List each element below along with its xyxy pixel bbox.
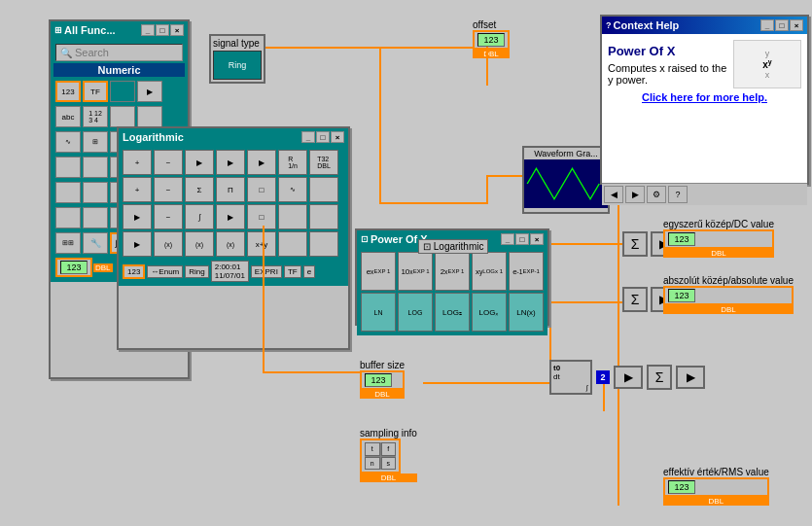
arrow-right-2[interactable]: ▶ [676, 366, 705, 389]
search-input[interactable] [75, 47, 153, 58]
maximize-btn[interactable]: □ [156, 24, 169, 36]
abs-value-display[interactable]: 123 [663, 286, 794, 305]
power-icon-xy[interactable]: xyLOGx 1 [472, 252, 507, 291]
log-icon-arrow2[interactable]: ▶ [216, 150, 245, 175]
dc-dbl: DBL [663, 249, 774, 258]
log-icon-minus[interactable]: − [154, 150, 183, 175]
help-question-btn[interactable]: ? [668, 186, 688, 203]
arrow-right-1[interactable]: ▶ [614, 366, 643, 389]
help-forward-btn[interactable]: ▶ [625, 186, 645, 203]
log-icon-r3b[interactable]: − [154, 204, 183, 229]
palette-icon-r6[interactable] [83, 182, 108, 203]
help-back-btn[interactable]: ◀ [604, 186, 623, 203]
log-maximize[interactable]: □ [316, 131, 330, 143]
power-minimize[interactable]: _ [501, 233, 514, 245]
palette-icon-blank3[interactable] [137, 106, 162, 127]
sigma-block-1[interactable]: Σ [647, 365, 672, 390]
palette-search-bar[interactable]: 🔍 [55, 44, 183, 61]
log-icon-sigma[interactable]: Σ [185, 177, 214, 202]
help-settings-btn[interactable]: ⚙ [647, 186, 666, 203]
help-more-link[interactable]: Click here for more help. [608, 91, 801, 103]
waveform-graph[interactable]: Waveform Gra... [522, 146, 610, 214]
log-icon-r4f[interactable] [278, 231, 307, 257]
help-minimize[interactable]: _ [760, 19, 774, 31]
logarithmic-palette[interactable]: Logarithmic _ □ × + − ▶ ▶ ▶ R1/n T32DBL … [117, 126, 350, 350]
power-icon-ln[interactable]: LN [361, 293, 396, 332]
palette-icon-tf[interactable]: TF [83, 81, 108, 102]
palette-icon-r1[interactable] [55, 157, 81, 178]
log-icon-r4b[interactable]: (x) [154, 231, 183, 257]
palette-icon-calc[interactable]: ⊞⊞ [55, 232, 81, 254]
help-maximize[interactable]: □ [775, 19, 789, 31]
log-minimize[interactable]: _ [301, 131, 315, 143]
power-close[interactable]: × [530, 233, 544, 245]
log-icon-wave[interactable]: ∿ [278, 177, 307, 202]
power-icon-logx[interactable]: LOGₓ [472, 293, 507, 332]
log-icon-plus[interactable]: + [123, 150, 152, 175]
palette-icon-123[interactable]: 123 [55, 81, 81, 102]
palette-icon-blank1[interactable] [110, 81, 135, 102]
log-icon-r4d[interactable]: (x) [216, 231, 245, 257]
palette-icon-r5[interactable] [55, 182, 81, 203]
sigma-block-abs[interactable]: Σ [622, 287, 648, 312]
log-icon-xplusy[interactable]: x+y [247, 231, 276, 257]
log-ring[interactable]: Ring [185, 265, 208, 278]
power-icon-log[interactable]: LOG [398, 293, 433, 332]
power-icon-lnx[interactable]: LN(x) [509, 293, 544, 332]
log-icon-r4c[interactable]: (x) [185, 231, 214, 257]
palette-icon-112[interactable]: 1 123 4 [83, 106, 108, 127]
rms-value-display[interactable]: 123 [663, 477, 769, 497]
log-time[interactable]: 2:00:0111/07/01 [211, 261, 249, 282]
context-help-window[interactable]: ? Context Help _ □ × y xy x Power Of X C… [600, 15, 809, 185]
log-expr[interactable]: EXPRI [251, 265, 282, 278]
log-icon-r2b[interactable]: − [154, 177, 183, 202]
power-icon-log2[interactable]: LOG₂ [435, 293, 470, 332]
log-e[interactable]: e [303, 265, 315, 278]
log-icon-r3f[interactable] [278, 204, 307, 229]
log-icon-r3e[interactable]: □ [247, 204, 276, 229]
power-maximize[interactable]: □ [515, 233, 529, 245]
log-tf[interactable]: TF [284, 265, 301, 278]
log-icon-r3d[interactable]: ▶ [216, 204, 245, 229]
log-icon-r2a[interactable]: + [123, 177, 152, 202]
power-icon-ex[interactable]: exEXP 1 [361, 252, 396, 291]
offset-display[interactable]: 123 [473, 30, 510, 50]
sampling-info-display[interactable]: t f n s [360, 438, 401, 473]
log-icon-pi[interactable]: Π [216, 177, 245, 202]
buffer-size-display[interactable]: 123 [360, 370, 405, 390]
log-icon-arrow1[interactable]: ▶ [185, 150, 214, 175]
log-icon-r4a[interactable]: ▶ [123, 231, 152, 257]
palette-icon-grid[interactable]: ⊞ [83, 131, 108, 153]
dc-value-display[interactable]: 123 [663, 229, 774, 249]
log-icon-box[interactable]: □ [247, 177, 276, 202]
log-close[interactable]: × [331, 131, 344, 143]
palette-icon-abc[interactable]: abc [55, 106, 81, 127]
log-enum[interactable]: ↔Enum [147, 265, 183, 278]
signal-type-block[interactable]: signal type Ring [209, 34, 265, 84]
log-123[interactable]: 123 [123, 264, 145, 279]
log-icon-r[interactable]: R1/n [278, 150, 307, 175]
palette-icon-tool[interactable]: 🔧 [83, 232, 108, 254]
palette-icon-r2[interactable] [83, 157, 108, 178]
help-close[interactable]: × [790, 19, 803, 31]
palette-icon-r10[interactable] [83, 207, 108, 228]
palette-icon-waveform[interactable]: ∿ [55, 131, 81, 153]
log-icon-arrow3[interactable]: ▶ [247, 150, 276, 175]
minimize-btn[interactable]: _ [141, 24, 155, 36]
log-icon-integ[interactable]: ∫ [185, 204, 214, 229]
log-icon-blank[interactable] [309, 177, 338, 202]
power-icon-eminus1[interactable]: e-1EXP-1 [509, 252, 544, 291]
log-icon-r3a[interactable]: ▶ [123, 204, 152, 229]
palette-icon-r9[interactable] [55, 207, 81, 228]
sigma-block-dc[interactable]: Σ [622, 231, 648, 257]
bottom-num-display[interactable]: 123 [55, 258, 92, 277]
log-icon-r4g[interactable] [309, 231, 338, 257]
close-btn[interactable]: × [170, 24, 184, 36]
log-icon-r3g[interactable] [309, 204, 338, 229]
palette-icon-arrow[interactable]: ▶ [137, 81, 162, 102]
t0-dt-block[interactable]: t0 dt ∫ [549, 360, 592, 395]
power-icon-10x[interactable]: 10xEXP 1 [398, 252, 433, 291]
log-icon-t32[interactable]: T32DBL [309, 150, 338, 175]
power-icon-2x[interactable]: 2xEXP 1 [435, 252, 470, 291]
palette-icon-blank2[interactable] [110, 106, 135, 127]
